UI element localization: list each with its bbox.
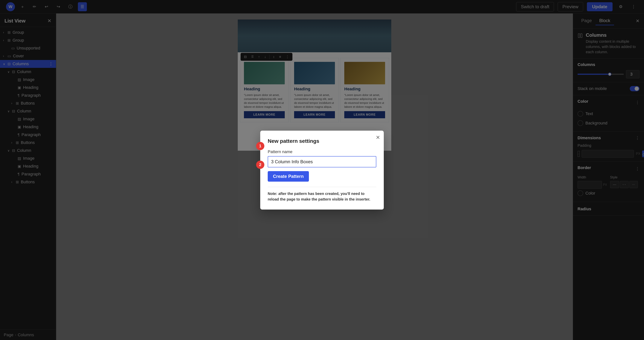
modal-note: Note: after the pattern has been created… — [268, 187, 376, 202]
step-1-badge: 1 — [256, 142, 264, 150]
pattern-name-label: Pattern name — [268, 149, 376, 154]
modal-note-text: Note: after the pattern has been created… — [268, 192, 370, 201]
pattern-name-input[interactable] — [268, 156, 376, 167]
modal-overlay[interactable]: 1 2 ✕ New pattern settings Pattern name … — [0, 0, 644, 340]
create-pattern-button[interactable]: Create Pattern — [268, 171, 309, 182]
modal-close-button[interactable]: ✕ — [376, 134, 380, 140]
step-2-badge: 2 — [256, 161, 264, 169]
new-pattern-modal: 1 2 ✕ New pattern settings Pattern name … — [260, 131, 384, 210]
modal-title: New pattern settings — [268, 138, 376, 144]
